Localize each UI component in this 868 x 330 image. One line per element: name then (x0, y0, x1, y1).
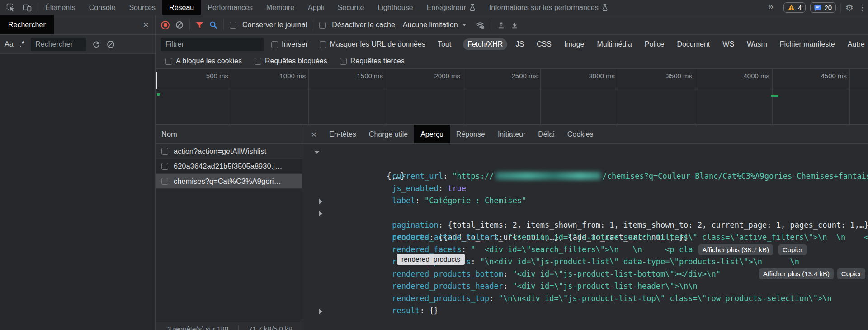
search-input[interactable] (31, 38, 86, 51)
timeline-gridline (540, 69, 541, 124)
filter-type-font[interactable]: Police (640, 38, 669, 50)
record-network-log-icon[interactable] (161, 21, 170, 29)
clear-network-log-icon[interactable] (175, 21, 184, 29)
json-line-sort-selected[interactable]: sort_selected"Pertinence" (302, 317, 868, 329)
tab-performance-insights[interactable]: Informations sur les performances (482, 0, 615, 15)
tab-application[interactable]: Appli (301, 0, 331, 15)
collapse-icon[interactable] (314, 151, 320, 154)
filter-type-other[interactable]: Autre (843, 38, 868, 50)
export-har-icon[interactable] (511, 21, 519, 29)
close-detail-icon[interactable]: × (302, 125, 323, 143)
tab-recorder[interactable]: Enregistreur (420, 0, 482, 15)
json-line-result[interactable]: result{} (302, 292, 868, 305)
search-controls: Aa .* (0, 35, 155, 54)
filter-type-image[interactable]: Image (560, 38, 589, 50)
blocked-cookies-checkbox[interactable] (165, 58, 172, 65)
warnings-badge[interactable]: 4 (783, 2, 806, 13)
blocked-requests-label: Requêtes bloquées (265, 57, 327, 65)
filter-type-js[interactable]: JS (511, 38, 528, 50)
json-line-rendered-products-bottom[interactable]: rendered_products_bottom"<div id=\"js-pr… (302, 256, 868, 268)
json-line-rendered-products[interactable]: rendered_products"\n<div id=\"js-product… (302, 244, 868, 256)
message-bubble-icon (814, 4, 821, 11)
request-list-header[interactable]: Nom (156, 125, 302, 144)
network-overview-timeline[interactable]: 500 ms 1000 ms 1500 ms 2000 ms 2500 ms 3… (156, 69, 868, 125)
timeline-tick: 2000 ms (413, 72, 460, 80)
request-row[interactable]: action?action=getAllWishlist (156, 144, 302, 159)
json-line-rendered-active-filters[interactable]: rendered_active_filters"<section id=\"js… (302, 219, 868, 231)
refresh-icon[interactable] (92, 40, 100, 48)
json-line-pagination[interactable]: pagination{total_items: 2, items_shown_f… (302, 195, 868, 207)
detail-tab-preview[interactable]: Aperçu (414, 125, 450, 143)
detail-tab-payload[interactable]: Charge utile (363, 125, 414, 143)
blocked-requests-checkbox[interactable] (255, 58, 261, 65)
expand-icon[interactable] (319, 199, 322, 204)
warning-triangle-icon (788, 4, 795, 11)
json-line-rendered-products-header[interactable]: rendered_products_header"<div id=\"js-pr… (302, 268, 868, 280)
json-line-rendered-facets[interactable]: rendered_facets" <div id=\"search_filter… (302, 231, 868, 244)
filter-type-document[interactable]: Document (672, 38, 714, 50)
filter-type-wasm[interactable]: Wasm (742, 38, 772, 50)
import-har-icon[interactable] (497, 21, 505, 29)
detail-tab-timing[interactable]: Délai (532, 125, 561, 143)
tab-security[interactable]: Sécurité (331, 0, 371, 15)
kebab-menu-icon[interactable]: ⋮ (858, 3, 866, 13)
json-line-products[interactable]: products[{add_to_cart_url: null,…}, {add… (302, 207, 868, 219)
detail-tab-initiator[interactable]: Initiateur (491, 125, 532, 143)
tab-performance[interactable]: Performances (201, 0, 259, 15)
json-line-label[interactable]: label"Catégorie : Chemises" (302, 182, 868, 195)
network-conditions-icon[interactable] (475, 21, 485, 29)
json-line-current-url[interactable]: current_url"https:///chemises?q=Couleur-… (302, 158, 868, 170)
json-line-sort-orders[interactable]: sort_orders[{entity: "product", field: "… (302, 305, 868, 317)
search-tab[interactable]: Rechercher (0, 15, 54, 34)
detail-tab-cookies[interactable]: Cookies (561, 125, 600, 143)
inspect-element-icon[interactable] (6, 3, 15, 12)
json-line-rendered-products-top[interactable]: rendered_products_top"\n\n<div id=\"js-p… (302, 280, 868, 292)
tab-sources[interactable]: Sources (122, 0, 162, 15)
show-more-button[interactable]: Afficher plus (13.4 kB) (759, 268, 834, 279)
regex-toggle[interactable]: .* (20, 40, 25, 48)
hide-data-urls-checkbox[interactable] (320, 41, 326, 48)
tab-memory[interactable]: Mémoire (259, 0, 301, 15)
request-checkbox[interactable] (161, 163, 168, 170)
tab-elements[interactable]: Éléments (38, 0, 82, 15)
timeline-scrubber[interactable] (156, 72, 157, 89)
detail-tab-headers[interactable]: En-têtes (323, 125, 363, 143)
request-row[interactable]: 620a3642ad21b5f3505a8930.j… (156, 159, 302, 174)
invert-filter-checkbox[interactable] (271, 41, 278, 48)
request-row-selected[interactable]: chemises?q=Cat%C3%A9gori… (156, 174, 302, 189)
filter-input[interactable] (161, 38, 264, 51)
request-name: chemises?q=Cat%C3%A9gori… (174, 177, 281, 186)
filter-type-media[interactable]: Multimédia (592, 38, 636, 50)
settings-gear-icon[interactable]: ⚙ (845, 3, 854, 12)
throttling-dropdown[interactable]: Aucune limitation (403, 21, 467, 29)
copy-button[interactable]: Copier (837, 268, 865, 279)
close-search-icon[interactable]: × (143, 20, 149, 30)
tab-console[interactable]: Console (82, 0, 123, 15)
disable-cache-checkbox[interactable] (319, 22, 326, 29)
request-checkbox[interactable] (161, 148, 168, 155)
third-party-checkbox[interactable] (340, 58, 347, 65)
tab-lighthouse[interactable]: Lighthouse (371, 0, 420, 15)
tab-label: Mémoire (266, 4, 294, 12)
filter-type-fetch-xhr[interactable]: Fetch/XHR (463, 38, 507, 50)
timeline-tick: 2500 ms (491, 72, 538, 80)
expand-icon[interactable] (319, 211, 322, 216)
expand-icon[interactable] (319, 309, 322, 314)
json-line-js-enabled[interactable]: js_enabledtrue (302, 170, 868, 182)
filter-type-manifest[interactable]: Fichier manifeste (775, 38, 840, 50)
messages-badge[interactable]: 20 (810, 2, 836, 13)
match-case-toggle[interactable]: Aa (5, 40, 14, 48)
more-tabs-chevron-icon[interactable]: » (765, 1, 779, 14)
filter-type-ws[interactable]: WS (718, 38, 739, 50)
detail-tab-response[interactable]: Réponse (450, 125, 491, 143)
request-checkbox[interactable] (161, 178, 168, 185)
json-root-line[interactable]: {,…} (302, 146, 868, 158)
preserve-log-checkbox[interactable] (230, 22, 236, 29)
tab-network[interactable]: Réseau (162, 0, 201, 15)
clear-search-icon[interactable] (107, 40, 115, 48)
filter-type-css[interactable]: CSS (532, 38, 556, 50)
filter-type-all[interactable]: Tout (433, 38, 456, 50)
search-network-icon[interactable] (209, 21, 217, 29)
filter-funnel-icon[interactable] (196, 22, 203, 29)
device-toolbar-icon[interactable] (23, 4, 32, 12)
